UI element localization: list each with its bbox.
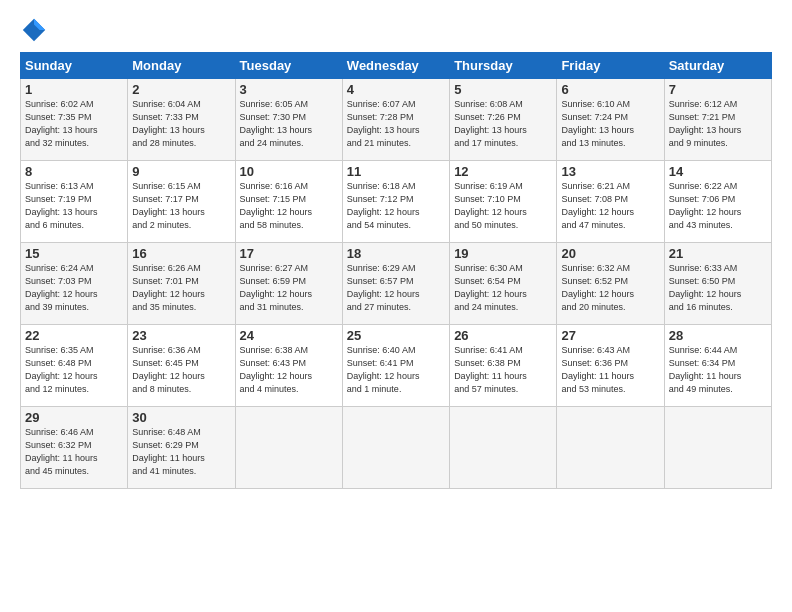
day-number: 28	[669, 328, 767, 343]
day-cell: 13Sunrise: 6:21 AM Sunset: 7:08 PM Dayli…	[557, 161, 664, 243]
week-row-1: 1Sunrise: 6:02 AM Sunset: 7:35 PM Daylig…	[21, 79, 772, 161]
day-number: 29	[25, 410, 123, 425]
day-cell: 24Sunrise: 6:38 AM Sunset: 6:43 PM Dayli…	[235, 325, 342, 407]
header-cell-monday: Monday	[128, 53, 235, 79]
day-cell	[664, 407, 771, 489]
week-row-5: 29Sunrise: 6:46 AM Sunset: 6:32 PM Dayli…	[21, 407, 772, 489]
day-number: 8	[25, 164, 123, 179]
day-cell: 5Sunrise: 6:08 AM Sunset: 7:26 PM Daylig…	[450, 79, 557, 161]
header-cell-wednesday: Wednesday	[342, 53, 449, 79]
header-row: SundayMondayTuesdayWednesdayThursdayFrid…	[21, 53, 772, 79]
day-number: 5	[454, 82, 552, 97]
day-cell: 14Sunrise: 6:22 AM Sunset: 7:06 PM Dayli…	[664, 161, 771, 243]
day-cell: 2Sunrise: 6:04 AM Sunset: 7:33 PM Daylig…	[128, 79, 235, 161]
day-cell: 30Sunrise: 6:48 AM Sunset: 6:29 PM Dayli…	[128, 407, 235, 489]
day-cell	[557, 407, 664, 489]
day-detail: Sunrise: 6:05 AM Sunset: 7:30 PM Dayligh…	[240, 98, 338, 150]
day-number: 16	[132, 246, 230, 261]
day-cell	[450, 407, 557, 489]
day-number: 26	[454, 328, 552, 343]
day-detail: Sunrise: 6:48 AM Sunset: 6:29 PM Dayligh…	[132, 426, 230, 478]
day-detail: Sunrise: 6:32 AM Sunset: 6:52 PM Dayligh…	[561, 262, 659, 314]
day-number: 7	[669, 82, 767, 97]
logo	[20, 16, 52, 44]
day-detail: Sunrise: 6:29 AM Sunset: 6:57 PM Dayligh…	[347, 262, 445, 314]
day-detail: Sunrise: 6:08 AM Sunset: 7:26 PM Dayligh…	[454, 98, 552, 150]
day-detail: Sunrise: 6:41 AM Sunset: 6:38 PM Dayligh…	[454, 344, 552, 396]
week-row-2: 8Sunrise: 6:13 AM Sunset: 7:19 PM Daylig…	[21, 161, 772, 243]
day-number: 17	[240, 246, 338, 261]
day-cell	[235, 407, 342, 489]
day-cell: 20Sunrise: 6:32 AM Sunset: 6:52 PM Dayli…	[557, 243, 664, 325]
day-cell: 6Sunrise: 6:10 AM Sunset: 7:24 PM Daylig…	[557, 79, 664, 161]
day-detail: Sunrise: 6:22 AM Sunset: 7:06 PM Dayligh…	[669, 180, 767, 232]
day-cell: 12Sunrise: 6:19 AM Sunset: 7:10 PM Dayli…	[450, 161, 557, 243]
day-cell: 8Sunrise: 6:13 AM Sunset: 7:19 PM Daylig…	[21, 161, 128, 243]
day-number: 2	[132, 82, 230, 97]
day-number: 3	[240, 82, 338, 97]
day-detail: Sunrise: 6:02 AM Sunset: 7:35 PM Dayligh…	[25, 98, 123, 150]
day-cell: 15Sunrise: 6:24 AM Sunset: 7:03 PM Dayli…	[21, 243, 128, 325]
day-cell: 3Sunrise: 6:05 AM Sunset: 7:30 PM Daylig…	[235, 79, 342, 161]
day-detail: Sunrise: 6:04 AM Sunset: 7:33 PM Dayligh…	[132, 98, 230, 150]
day-detail: Sunrise: 6:21 AM Sunset: 7:08 PM Dayligh…	[561, 180, 659, 232]
day-cell: 23Sunrise: 6:36 AM Sunset: 6:45 PM Dayli…	[128, 325, 235, 407]
day-cell: 17Sunrise: 6:27 AM Sunset: 6:59 PM Dayli…	[235, 243, 342, 325]
day-number: 1	[25, 82, 123, 97]
day-cell: 11Sunrise: 6:18 AM Sunset: 7:12 PM Dayli…	[342, 161, 449, 243]
day-detail: Sunrise: 6:15 AM Sunset: 7:17 PM Dayligh…	[132, 180, 230, 232]
day-detail: Sunrise: 6:10 AM Sunset: 7:24 PM Dayligh…	[561, 98, 659, 150]
day-number: 11	[347, 164, 445, 179]
day-detail: Sunrise: 6:26 AM Sunset: 7:01 PM Dayligh…	[132, 262, 230, 314]
day-cell: 21Sunrise: 6:33 AM Sunset: 6:50 PM Dayli…	[664, 243, 771, 325]
day-number: 18	[347, 246, 445, 261]
day-number: 10	[240, 164, 338, 179]
header-cell-saturday: Saturday	[664, 53, 771, 79]
week-row-3: 15Sunrise: 6:24 AM Sunset: 7:03 PM Dayli…	[21, 243, 772, 325]
day-detail: Sunrise: 6:46 AM Sunset: 6:32 PM Dayligh…	[25, 426, 123, 478]
day-cell: 26Sunrise: 6:41 AM Sunset: 6:38 PM Dayli…	[450, 325, 557, 407]
day-cell: 25Sunrise: 6:40 AM Sunset: 6:41 PM Dayli…	[342, 325, 449, 407]
day-number: 22	[25, 328, 123, 343]
day-number: 30	[132, 410, 230, 425]
day-detail: Sunrise: 6:35 AM Sunset: 6:48 PM Dayligh…	[25, 344, 123, 396]
day-cell: 4Sunrise: 6:07 AM Sunset: 7:28 PM Daylig…	[342, 79, 449, 161]
day-number: 6	[561, 82, 659, 97]
day-detail: Sunrise: 6:13 AM Sunset: 7:19 PM Dayligh…	[25, 180, 123, 232]
page: SundayMondayTuesdayWednesdayThursdayFrid…	[0, 0, 792, 499]
day-cell: 1Sunrise: 6:02 AM Sunset: 7:35 PM Daylig…	[21, 79, 128, 161]
day-cell: 10Sunrise: 6:16 AM Sunset: 7:15 PM Dayli…	[235, 161, 342, 243]
day-cell: 19Sunrise: 6:30 AM Sunset: 6:54 PM Dayli…	[450, 243, 557, 325]
day-detail: Sunrise: 6:27 AM Sunset: 6:59 PM Dayligh…	[240, 262, 338, 314]
day-number: 12	[454, 164, 552, 179]
day-number: 14	[669, 164, 767, 179]
day-detail: Sunrise: 6:30 AM Sunset: 6:54 PM Dayligh…	[454, 262, 552, 314]
day-number: 25	[347, 328, 445, 343]
header-cell-tuesday: Tuesday	[235, 53, 342, 79]
day-cell: 22Sunrise: 6:35 AM Sunset: 6:48 PM Dayli…	[21, 325, 128, 407]
day-cell: 28Sunrise: 6:44 AM Sunset: 6:34 PM Dayli…	[664, 325, 771, 407]
day-detail: Sunrise: 6:43 AM Sunset: 6:36 PM Dayligh…	[561, 344, 659, 396]
header-cell-sunday: Sunday	[21, 53, 128, 79]
day-detail: Sunrise: 6:38 AM Sunset: 6:43 PM Dayligh…	[240, 344, 338, 396]
header-cell-thursday: Thursday	[450, 53, 557, 79]
day-detail: Sunrise: 6:07 AM Sunset: 7:28 PM Dayligh…	[347, 98, 445, 150]
day-detail: Sunrise: 6:36 AM Sunset: 6:45 PM Dayligh…	[132, 344, 230, 396]
day-detail: Sunrise: 6:44 AM Sunset: 6:34 PM Dayligh…	[669, 344, 767, 396]
day-number: 13	[561, 164, 659, 179]
day-detail: Sunrise: 6:40 AM Sunset: 6:41 PM Dayligh…	[347, 344, 445, 396]
day-detail: Sunrise: 6:18 AM Sunset: 7:12 PM Dayligh…	[347, 180, 445, 232]
header	[20, 16, 772, 44]
day-detail: Sunrise: 6:16 AM Sunset: 7:15 PM Dayligh…	[240, 180, 338, 232]
day-cell: 18Sunrise: 6:29 AM Sunset: 6:57 PM Dayli…	[342, 243, 449, 325]
day-detail: Sunrise: 6:33 AM Sunset: 6:50 PM Dayligh…	[669, 262, 767, 314]
logo-icon	[20, 16, 48, 44]
day-cell: 9Sunrise: 6:15 AM Sunset: 7:17 PM Daylig…	[128, 161, 235, 243]
day-number: 15	[25, 246, 123, 261]
day-detail: Sunrise: 6:12 AM Sunset: 7:21 PM Dayligh…	[669, 98, 767, 150]
day-cell: 27Sunrise: 6:43 AM Sunset: 6:36 PM Dayli…	[557, 325, 664, 407]
week-row-4: 22Sunrise: 6:35 AM Sunset: 6:48 PM Dayli…	[21, 325, 772, 407]
day-number: 20	[561, 246, 659, 261]
day-cell: 29Sunrise: 6:46 AM Sunset: 6:32 PM Dayli…	[21, 407, 128, 489]
day-cell: 16Sunrise: 6:26 AM Sunset: 7:01 PM Dayli…	[128, 243, 235, 325]
